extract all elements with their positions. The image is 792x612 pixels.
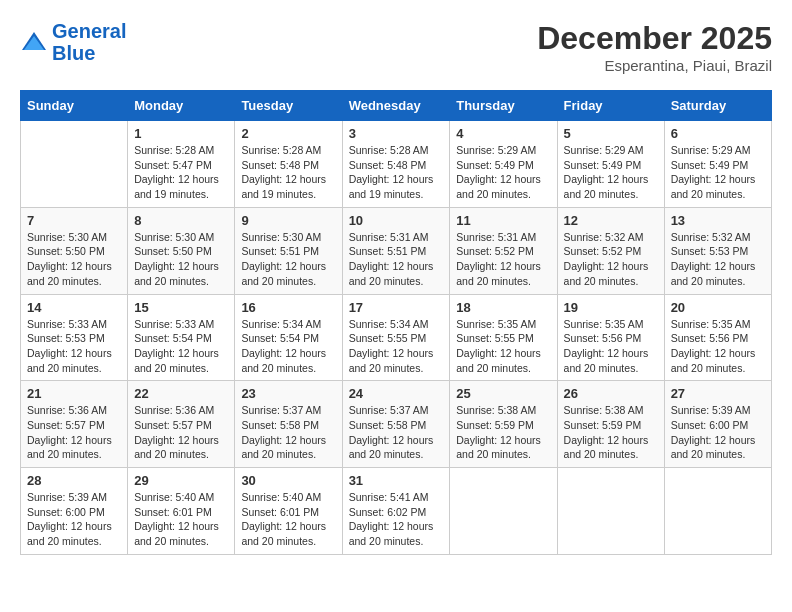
day-info: Sunrise: 5:36 AM Sunset: 5:57 PM Dayligh… — [27, 403, 121, 462]
day-cell: 11Sunrise: 5:31 AM Sunset: 5:52 PM Dayli… — [450, 207, 557, 294]
day-cell: 1Sunrise: 5:28 AM Sunset: 5:47 PM Daylig… — [128, 121, 235, 208]
day-info: Sunrise: 5:32 AM Sunset: 5:52 PM Dayligh… — [564, 230, 658, 289]
day-number: 14 — [27, 300, 121, 315]
day-info: Sunrise: 5:38 AM Sunset: 5:59 PM Dayligh… — [564, 403, 658, 462]
page-header: General Blue December 2025 Esperantina, … — [20, 20, 772, 74]
week-row-3: 14Sunrise: 5:33 AM Sunset: 5:53 PM Dayli… — [21, 294, 772, 381]
day-cell: 4Sunrise: 5:29 AM Sunset: 5:49 PM Daylig… — [450, 121, 557, 208]
day-cell: 2Sunrise: 5:28 AM Sunset: 5:48 PM Daylig… — [235, 121, 342, 208]
day-info: Sunrise: 5:28 AM Sunset: 5:48 PM Dayligh… — [349, 143, 444, 202]
day-info: Sunrise: 5:30 AM Sunset: 5:50 PM Dayligh… — [27, 230, 121, 289]
day-number: 7 — [27, 213, 121, 228]
day-info: Sunrise: 5:34 AM Sunset: 5:55 PM Dayligh… — [349, 317, 444, 376]
day-number: 31 — [349, 473, 444, 488]
day-number: 17 — [349, 300, 444, 315]
day-info: Sunrise: 5:39 AM Sunset: 6:00 PM Dayligh… — [671, 403, 765, 462]
day-info: Sunrise: 5:29 AM Sunset: 5:49 PM Dayligh… — [564, 143, 658, 202]
calendar-header-row: SundayMondayTuesdayWednesdayThursdayFrid… — [21, 91, 772, 121]
header-monday: Monday — [128, 91, 235, 121]
day-number: 8 — [134, 213, 228, 228]
day-cell: 27Sunrise: 5:39 AM Sunset: 6:00 PM Dayli… — [664, 381, 771, 468]
day-number: 1 — [134, 126, 228, 141]
title-block: December 2025 Esperantina, Piaui, Brazil — [537, 20, 772, 74]
header-thursday: Thursday — [450, 91, 557, 121]
day-cell — [664, 468, 771, 555]
location-subtitle: Esperantina, Piaui, Brazil — [537, 57, 772, 74]
day-cell: 21Sunrise: 5:36 AM Sunset: 5:57 PM Dayli… — [21, 381, 128, 468]
day-info: Sunrise: 5:31 AM Sunset: 5:52 PM Dayligh… — [456, 230, 550, 289]
day-number: 23 — [241, 386, 335, 401]
logo-text-line1: General — [52, 20, 126, 42]
day-number: 30 — [241, 473, 335, 488]
day-number: 29 — [134, 473, 228, 488]
day-number: 20 — [671, 300, 765, 315]
day-info: Sunrise: 5:28 AM Sunset: 5:47 PM Dayligh… — [134, 143, 228, 202]
day-cell: 5Sunrise: 5:29 AM Sunset: 5:49 PM Daylig… — [557, 121, 664, 208]
day-info: Sunrise: 5:31 AM Sunset: 5:51 PM Dayligh… — [349, 230, 444, 289]
day-number: 3 — [349, 126, 444, 141]
day-number: 27 — [671, 386, 765, 401]
day-info: Sunrise: 5:39 AM Sunset: 6:00 PM Dayligh… — [27, 490, 121, 549]
day-number: 21 — [27, 386, 121, 401]
day-cell: 6Sunrise: 5:29 AM Sunset: 5:49 PM Daylig… — [664, 121, 771, 208]
day-cell: 24Sunrise: 5:37 AM Sunset: 5:58 PM Dayli… — [342, 381, 450, 468]
day-info: Sunrise: 5:30 AM Sunset: 5:50 PM Dayligh… — [134, 230, 228, 289]
week-row-1: 1Sunrise: 5:28 AM Sunset: 5:47 PM Daylig… — [21, 121, 772, 208]
day-cell: 31Sunrise: 5:41 AM Sunset: 6:02 PM Dayli… — [342, 468, 450, 555]
day-number: 22 — [134, 386, 228, 401]
day-number: 12 — [564, 213, 658, 228]
day-info: Sunrise: 5:40 AM Sunset: 6:01 PM Dayligh… — [134, 490, 228, 549]
day-cell: 16Sunrise: 5:34 AM Sunset: 5:54 PM Dayli… — [235, 294, 342, 381]
day-number: 2 — [241, 126, 335, 141]
logo-text-line2: Blue — [52, 42, 126, 64]
day-cell: 10Sunrise: 5:31 AM Sunset: 5:51 PM Dayli… — [342, 207, 450, 294]
day-info: Sunrise: 5:33 AM Sunset: 5:53 PM Dayligh… — [27, 317, 121, 376]
day-cell: 8Sunrise: 5:30 AM Sunset: 5:50 PM Daylig… — [128, 207, 235, 294]
day-cell: 17Sunrise: 5:34 AM Sunset: 5:55 PM Dayli… — [342, 294, 450, 381]
day-cell: 22Sunrise: 5:36 AM Sunset: 5:57 PM Dayli… — [128, 381, 235, 468]
day-info: Sunrise: 5:38 AM Sunset: 5:59 PM Dayligh… — [456, 403, 550, 462]
day-cell: 30Sunrise: 5:40 AM Sunset: 6:01 PM Dayli… — [235, 468, 342, 555]
day-info: Sunrise: 5:40 AM Sunset: 6:01 PM Dayligh… — [241, 490, 335, 549]
day-info: Sunrise: 5:29 AM Sunset: 5:49 PM Dayligh… — [456, 143, 550, 202]
day-cell: 14Sunrise: 5:33 AM Sunset: 5:53 PM Dayli… — [21, 294, 128, 381]
header-sunday: Sunday — [21, 91, 128, 121]
day-number: 11 — [456, 213, 550, 228]
day-info: Sunrise: 5:35 AM Sunset: 5:56 PM Dayligh… — [671, 317, 765, 376]
day-info: Sunrise: 5:37 AM Sunset: 5:58 PM Dayligh… — [349, 403, 444, 462]
day-info: Sunrise: 5:35 AM Sunset: 5:56 PM Dayligh… — [564, 317, 658, 376]
day-number: 24 — [349, 386, 444, 401]
day-cell: 25Sunrise: 5:38 AM Sunset: 5:59 PM Dayli… — [450, 381, 557, 468]
week-row-4: 21Sunrise: 5:36 AM Sunset: 5:57 PM Dayli… — [21, 381, 772, 468]
day-cell: 15Sunrise: 5:33 AM Sunset: 5:54 PM Dayli… — [128, 294, 235, 381]
day-cell: 28Sunrise: 5:39 AM Sunset: 6:00 PM Dayli… — [21, 468, 128, 555]
day-number: 19 — [564, 300, 658, 315]
day-info: Sunrise: 5:28 AM Sunset: 5:48 PM Dayligh… — [241, 143, 335, 202]
week-row-5: 28Sunrise: 5:39 AM Sunset: 6:00 PM Dayli… — [21, 468, 772, 555]
day-number: 26 — [564, 386, 658, 401]
day-number: 9 — [241, 213, 335, 228]
day-number: 13 — [671, 213, 765, 228]
day-number: 28 — [27, 473, 121, 488]
header-tuesday: Tuesday — [235, 91, 342, 121]
day-cell: 23Sunrise: 5:37 AM Sunset: 5:58 PM Dayli… — [235, 381, 342, 468]
day-cell: 12Sunrise: 5:32 AM Sunset: 5:52 PM Dayli… — [557, 207, 664, 294]
month-title: December 2025 — [537, 20, 772, 57]
day-cell: 9Sunrise: 5:30 AM Sunset: 5:51 PM Daylig… — [235, 207, 342, 294]
day-cell: 26Sunrise: 5:38 AM Sunset: 5:59 PM Dayli… — [557, 381, 664, 468]
day-cell: 7Sunrise: 5:30 AM Sunset: 5:50 PM Daylig… — [21, 207, 128, 294]
day-info: Sunrise: 5:29 AM Sunset: 5:49 PM Dayligh… — [671, 143, 765, 202]
day-info: Sunrise: 5:37 AM Sunset: 5:58 PM Dayligh… — [241, 403, 335, 462]
logo-icon — [20, 30, 48, 54]
day-info: Sunrise: 5:35 AM Sunset: 5:55 PM Dayligh… — [456, 317, 550, 376]
day-number: 6 — [671, 126, 765, 141]
day-cell: 13Sunrise: 5:32 AM Sunset: 5:53 PM Dayli… — [664, 207, 771, 294]
day-cell — [450, 468, 557, 555]
day-cell — [557, 468, 664, 555]
day-cell: 3Sunrise: 5:28 AM Sunset: 5:48 PM Daylig… — [342, 121, 450, 208]
header-saturday: Saturday — [664, 91, 771, 121]
day-cell — [21, 121, 128, 208]
day-info: Sunrise: 5:33 AM Sunset: 5:54 PM Dayligh… — [134, 317, 228, 376]
day-number: 10 — [349, 213, 444, 228]
day-cell: 29Sunrise: 5:40 AM Sunset: 6:01 PM Dayli… — [128, 468, 235, 555]
